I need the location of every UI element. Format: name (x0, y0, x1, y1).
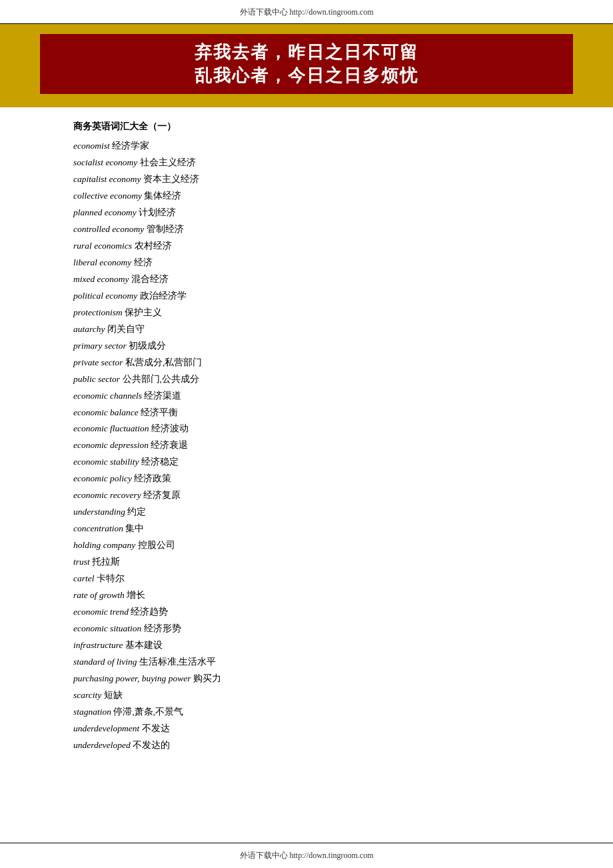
vocab-zh: 初级成分 (129, 341, 166, 351)
vocab-item: economic policy 经济政策 (73, 471, 540, 487)
vocab-zh: 经济 (134, 257, 153, 267)
vocab-en: rural economics (73, 241, 132, 251)
vocab-zh: 经济波动 (151, 423, 189, 433)
vocab-item: cartel 卡特尔 (73, 571, 540, 587)
vocab-zh: 私营成分,私营部门 (125, 357, 202, 367)
vocab-zh: 短缺 (104, 690, 123, 700)
vocab-item: economic channels 经济渠道 (73, 388, 540, 405)
vocab-en: economic situation (73, 623, 141, 633)
vocab-en: understanding (73, 507, 125, 517)
vocab-item: scarcity 短缺 (73, 687, 540, 704)
vocab-en: economic trend (73, 607, 129, 617)
vocab-en: underdevelopment (73, 723, 139, 733)
vocab-item: economic trend 经济趋势 (73, 604, 540, 621)
vocab-item: political economy 政治经济学 (73, 288, 540, 305)
vocab-zh: 生活标准,生活水平 (139, 657, 216, 667)
vocab-en: economic policy (73, 473, 132, 483)
vocab-zh: 计划经济 (139, 207, 176, 217)
vocab-zh: 经济渠道 (144, 391, 181, 401)
vocab-zh: 社会主义经济 (140, 157, 196, 167)
vocab-item: liberal economy 经济 (73, 255, 540, 271)
banner-block: 弃我去者，昨日之日不可留 乱我心者，今日之日多烦忧 (40, 34, 573, 94)
vocab-zh: 停滞,萧条,不景气 (113, 707, 183, 717)
vocab-zh: 不发达 (142, 723, 170, 733)
vocab-item: private sector 私营成分,私营部门 (73, 355, 540, 371)
footer-text: 外语下载中心 http://down.tingroom.com (240, 851, 374, 860)
vocab-item: stagnation 停滞,萧条,不景气 (73, 704, 540, 721)
vocab-zh: 购买力 (193, 673, 221, 683)
vocab-zh: 经济衰退 (151, 440, 188, 450)
vocab-zh: 基本建设 (125, 640, 163, 650)
vocab-en: concentration (73, 523, 123, 533)
vocab-en: holding company (73, 540, 135, 550)
vocab-en: collective economy (73, 191, 142, 201)
vocab-en: socialist economy (73, 157, 137, 167)
vocab-zh: 经济趋势 (131, 607, 168, 617)
vocab-en: economic stability (73, 457, 139, 467)
vocab-zh: 经济平衡 (141, 407, 178, 417)
vocab-en: liberal economy (73, 257, 131, 267)
vocab-en: economic fluctuation (73, 423, 149, 433)
vocab-item: economic recovery 经济复原 (73, 487, 540, 504)
banner-area: 弃我去者，昨日之日不可留 乱我心者，今日之日多烦忧 (0, 24, 613, 107)
page-header: 外语下载中心 http://down.tingroom.com (0, 0, 613, 24)
vocab-zh: 集体经济 (144, 191, 181, 201)
vocab-en: autarchy (73, 324, 105, 334)
section-title: 商务英语词汇大全（一） (73, 121, 540, 133)
vocab-item: underdeveloped 不发达的 (73, 737, 540, 754)
vocab-item: controlled economy 管制经济 (73, 221, 540, 238)
vocab-item: capitalist economy 资本主义经济 (73, 171, 540, 188)
vocab-en: infrastructure (73, 640, 123, 650)
vocab-item: economist 经济学家 (73, 138, 540, 155)
vocab-zh: 政治经济学 (140, 291, 187, 301)
vocab-item: public sector 公共部门,公共成分 (73, 371, 540, 388)
vocab-item: holding company 控股公司 (73, 537, 540, 554)
vocab-en: trust (73, 557, 90, 567)
vocab-en: primary sector (73, 341, 127, 351)
vocab-zh: 闭关自守 (107, 324, 145, 334)
vocab-en: economic recovery (73, 490, 141, 500)
vocab-en: cartel (73, 573, 95, 583)
vocab-item: standard of living 生活标准,生活水平 (73, 654, 540, 671)
vocab-item: autarchy 闭关自守 (73, 321, 540, 338)
vocab-zh: 控股公司 (138, 540, 175, 550)
vocab-en: rate of growth (73, 590, 125, 600)
vocab-item: infrastructure 基本建设 (73, 637, 540, 654)
vocab-en: public sector (73, 374, 120, 384)
vocab-en: planned economy (73, 207, 137, 217)
vocab-en: economic balance (73, 407, 139, 417)
vocab-en: stagnation (73, 707, 111, 717)
banner-line1: 弃我去者，昨日之日不可留 (55, 41, 558, 64)
vocab-item: rural economics 农村经济 (73, 238, 540, 255)
vocab-zh: 不发达的 (133, 740, 170, 750)
vocab-en: capitalist economy (73, 174, 141, 184)
vocab-item: planned economy 计划经济 (73, 205, 540, 221)
content-area: 商务英语词汇大全（一） economist 经济学家socialist econ… (0, 107, 613, 843)
vocab-item: primary sector 初级成分 (73, 338, 540, 355)
vocab-item: economic depression 经济衰退 (73, 437, 540, 454)
vocab-zh: 资本主义经济 (143, 174, 199, 184)
vocab-item: trust 托拉斯 (73, 554, 540, 571)
vocab-en: controlled economy (73, 224, 144, 234)
vocab-zh: 农村经济 (135, 241, 172, 251)
vocab-item: economic situation 经济形势 (73, 621, 540, 637)
vocab-item: understanding 约定 (73, 504, 540, 521)
vocab-item: underdevelopment 不发达 (73, 721, 540, 737)
vocab-item: socialist economy 社会主义经济 (73, 155, 540, 171)
vocab-item: collective economy 集体经济 (73, 188, 540, 205)
banner-line2: 乱我心者，今日之日多烦忧 (55, 64, 558, 87)
vocab-en: economist (73, 141, 110, 151)
header-text: 外语下载中心 http://down.tingroom.com (240, 7, 374, 17)
page-container: 外语下载中心 http://down.tingroom.com 弃我去者，昨日之… (0, 0, 613, 868)
vocab-item: economic balance 经济平衡 (73, 405, 540, 421)
vocab-en: protectionism (73, 307, 123, 317)
vocab-zh: 集中 (125, 523, 144, 533)
vocab-item: protectionism 保护主义 (73, 305, 540, 321)
vocab-en: purchasing power, buying power (73, 673, 191, 683)
vocab-en: economic channels (73, 391, 142, 401)
vocab-en: political economy (73, 291, 137, 301)
vocab-item: purchasing power, buying power 购买力 (73, 671, 540, 687)
vocab-zh: 混合经济 (131, 274, 169, 284)
vocab-en: standard of living (73, 657, 137, 667)
vocab-list: economist 经济学家socialist economy 社会主义经济ca… (73, 138, 540, 754)
